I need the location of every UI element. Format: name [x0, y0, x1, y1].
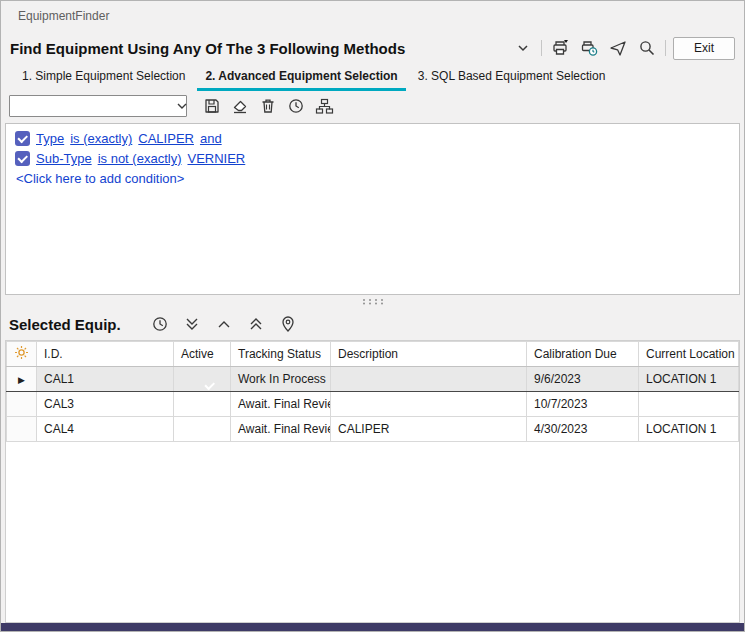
condition-row: Sub-Type is not (exactly) VERNIER	[15, 151, 730, 166]
saved-filter-combobox[interactable]	[9, 95, 187, 117]
condition-panel: Type is (exactly) CALIPER and Sub-Type i…	[5, 123, 740, 295]
cell-id[interactable]: CAL3	[37, 392, 174, 417]
condition-row: Type is (exactly) CALIPER and	[15, 131, 730, 146]
condition-field-link[interactable]: Type	[36, 131, 64, 146]
printer-icon[interactable]	[549, 37, 571, 59]
condition-conjunction-link[interactable]: and	[200, 131, 222, 146]
table-row[interactable]: ▶ CAL1 Work In Process 9/6/2023 LOCATION…	[7, 367, 739, 392]
condition-checkbox[interactable]	[15, 151, 30, 166]
exit-button[interactable]: Exit	[673, 37, 735, 60]
cell-calibration-due[interactable]: 4/30/2023	[527, 417, 639, 442]
column-header-tracking-status[interactable]: Tracking Status	[231, 342, 331, 367]
chevron-up-icon[interactable]	[213, 313, 235, 335]
chevron-down-icon[interactable]	[512, 37, 534, 59]
search-icon[interactable]	[636, 37, 658, 59]
history-icon[interactable]	[285, 95, 307, 117]
column-header-current-location[interactable]: Current Location	[639, 342, 739, 367]
trash-icon[interactable]	[257, 95, 279, 117]
cell-tracking-status[interactable]: Await. Final Review	[231, 417, 331, 442]
header: Find Equipment Using Any Of The 3 Follow…	[1, 31, 744, 65]
splitter-grip	[361, 298, 385, 305]
table-row[interactable]: CAL3 Await. Final Review 10/7/2023	[7, 392, 739, 417]
row-selector-cell[interactable]	[7, 417, 37, 442]
tab-strip: 1. Simple Equipment Selection 2. Advance…	[1, 65, 744, 91]
cell-description[interactable]	[331, 392, 527, 417]
cell-calibration-due[interactable]: 9/6/2023	[527, 367, 639, 392]
save-icon[interactable]	[201, 95, 223, 117]
double-chevron-down-icon[interactable]	[181, 313, 203, 335]
cell-current-location[interactable]: LOCATION 1	[639, 367, 739, 392]
condition-operator-link[interactable]: is not (exactly)	[98, 151, 182, 166]
row-selector-cell[interactable]	[7, 392, 37, 417]
selected-equip-title: Selected Equip.	[9, 316, 121, 333]
condition-checkbox[interactable]	[15, 131, 30, 146]
cell-active[interactable]	[174, 417, 231, 442]
equipment-grid: I.D. Active Tracking Status Description …	[5, 340, 740, 623]
bottom-status-bar	[1, 623, 744, 631]
equipment-finder-window: EquipmentFinder Find Equipment Using Any…	[0, 0, 745, 632]
condition-operator-link[interactable]: is (exactly)	[70, 131, 132, 146]
condition-value-link[interactable]: CALIPER	[138, 131, 194, 146]
cell-current-location[interactable]: LOCATION 1	[639, 417, 739, 442]
separator	[665, 40, 666, 56]
splitter-handle[interactable]	[1, 295, 744, 308]
row-selector-cell[interactable]: ▶	[7, 367, 37, 392]
separator	[541, 40, 542, 56]
app-title: EquipmentFinder	[18, 9, 109, 23]
grid-header-row: I.D. Active Tracking Status Description …	[7, 342, 739, 367]
location-pin-icon[interactable]	[277, 313, 299, 335]
clock-icon[interactable]	[149, 313, 171, 335]
column-header-description[interactable]: Description	[331, 342, 527, 367]
condition-value-link[interactable]: VERNIER	[187, 151, 245, 166]
cell-description[interactable]	[331, 367, 527, 392]
column-header-calibration-due[interactable]: Calibration Due	[527, 342, 639, 367]
cell-id[interactable]: CAL1	[37, 367, 174, 392]
cell-active[interactable]	[174, 392, 231, 417]
page-title: Find Equipment Using Any Of The 3 Follow…	[10, 40, 405, 57]
grid-corner-cell[interactable]	[7, 342, 37, 367]
printer-settings-icon[interactable]	[578, 37, 600, 59]
double-chevron-up-icon[interactable]	[245, 313, 267, 335]
cell-tracking-status[interactable]: Await. Final Review	[231, 392, 331, 417]
filter-toolbar	[1, 91, 744, 121]
cell-description[interactable]: CALIPER	[331, 417, 527, 442]
add-condition-link[interactable]: <Click here to add condition>	[15, 171, 730, 186]
cell-active[interactable]	[174, 367, 231, 392]
cell-calibration-due[interactable]: 10/7/2023	[527, 392, 639, 417]
cell-id[interactable]: CAL4	[37, 417, 174, 442]
send-icon[interactable]	[607, 37, 629, 59]
cell-tracking-status[interactable]: Work In Process	[231, 367, 331, 392]
column-header-id[interactable]: I.D.	[37, 342, 174, 367]
tab-simple-selection[interactable]: 1. Simple Equipment Selection	[14, 65, 193, 91]
column-header-active[interactable]: Active	[174, 342, 231, 367]
tab-advanced-selection[interactable]: 2. Advanced Equipment Selection	[197, 65, 405, 91]
table-row[interactable]: CAL4 Await. Final Review CALIPER 4/30/20…	[7, 417, 739, 442]
field-chooser-icon[interactable]	[313, 95, 335, 117]
combo-chevron-down-icon[interactable]	[177, 103, 187, 110]
selected-equip-header: Selected Equip.	[1, 308, 744, 340]
tab-sql-selection[interactable]: 3. SQL Based Equipment Selection	[410, 65, 614, 91]
condition-field-link[interactable]: Sub-Type	[36, 151, 92, 166]
title-bar: EquipmentFinder	[1, 1, 744, 31]
eraser-icon[interactable]	[229, 95, 251, 117]
saved-filter-input[interactable]	[10, 96, 177, 116]
sun-icon	[14, 345, 29, 360]
current-row-arrow-icon: ▶	[18, 375, 25, 385]
cell-current-location[interactable]	[639, 392, 739, 417]
